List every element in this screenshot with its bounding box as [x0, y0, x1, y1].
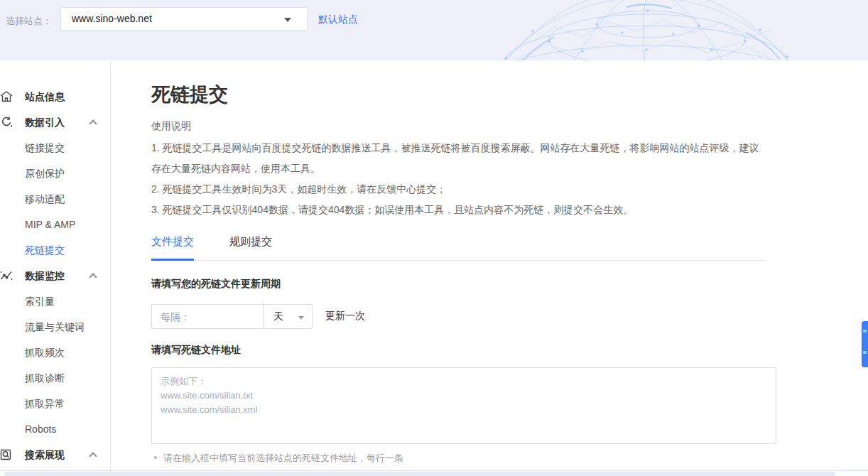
feedback-tab-glyph [863, 330, 867, 332]
sidebar-item-label: 站点信息 [25, 91, 65, 102]
home-icon [0, 90, 13, 103]
update-cycle-suffix: 更新一次 [325, 310, 365, 323]
sidebar-item-label: 原创保护 [25, 168, 65, 179]
data-monitor-icon [0, 269, 13, 282]
sidebar-item-label: 抓取异常 [25, 398, 65, 409]
sidebar-item-crawl-diagnosis[interactable]: 抓取诊断 [0, 365, 110, 391]
usage-instructions: 1. 死链提交工具是网站向百度提交死链的数据推送工具，被推送死链将被百度搜索屏蔽… [151, 138, 765, 220]
sidebar-item-label: 搜索展现 [25, 449, 65, 460]
instruction-line: 1. 死链提交工具是网站向百度提交死链的数据推送工具，被推送死链将被百度搜索屏蔽… [151, 138, 765, 179]
sidebar-item-robots[interactable]: Robots [0, 416, 110, 442]
sidebar-item-label: Robots [25, 423, 56, 435]
sidebar-item-crawl-anomaly[interactable]: 抓取异常 [0, 391, 110, 416]
sidebar-item-link-submit[interactable]: 链接提交 [0, 135, 110, 161]
horizontal-scrollbar-thumb[interactable] [4, 472, 835, 476]
sidebar-item-label: 流量与关键词 [25, 321, 85, 332]
globe-wireframe-graphic [447, 0, 845, 60]
default-site-link[interactable]: 默认站点 [318, 13, 358, 26]
interval-input[interactable] [151, 304, 264, 329]
sidebar-item-dead-link-submit[interactable]: 死链提交 [0, 237, 110, 263]
sidebar-item-label: 索引量 [25, 296, 55, 307]
sidebar-item-label: 数据监控 [25, 270, 65, 281]
chevron-up-icon [89, 119, 97, 127]
sidebar-item-search-display[interactable]: 搜索展现 [0, 442, 110, 467]
page-title: 死链提交 [151, 82, 228, 107]
site-selector-bar: 选择站点： www.sino-web.net 默认站点 [0, 0, 868, 60]
dead-link-file-textarea[interactable] [151, 367, 776, 444]
sidebar-item-traffic-keywords[interactable]: 流量与关键词 [0, 314, 110, 340]
site-selector-label: 选择站点： [6, 15, 52, 28]
instruction-line: 2. 死链提交工具生效时间为3天，如超时生效，请在反馈中心提交； [151, 179, 765, 200]
data-import-icon [0, 116, 13, 129]
tab-file-submit[interactable]: 文件提交 [151, 235, 194, 261]
usage-instructions-title: 使用说明 [151, 120, 191, 133]
chevron-up-icon [89, 273, 97, 281]
sidebar-item-label: 死链提交 [25, 244, 65, 256]
sidebar-item-original-protection[interactable]: 原创保护 [0, 161, 110, 186]
sidebar-item-label: 移动适配 [25, 193, 65, 205]
chevron-down-icon [298, 316, 304, 320]
main-content: 死链提交 使用说明 1. 死链提交工具是网站向百度提交死链的数据推送工具，被推送… [151, 60, 791, 476]
sidebar-item-index-volume[interactable]: 索引量 [0, 288, 110, 314]
submit-tabs: 文件提交 规则提交 [151, 231, 765, 261]
file-address-note: 请在输入框中填写当前选择站点的死链文件地址，每行一条 [154, 452, 403, 465]
sidebar-item-mip-amp[interactable]: MIP & AMP [0, 212, 110, 237]
site-selector-value: www.sino-web.net [72, 13, 152, 24]
sidebar-item-data-monitor[interactable]: 数据监控 [0, 263, 110, 288]
tab-rule-submit[interactable]: 规则提交 [229, 235, 272, 261]
instruction-line: 3. 死链提交工具仅识别404数据，请提交404数据；如误使用本工具，且站点内容… [151, 200, 765, 220]
unit-select-value: 天 [273, 310, 283, 323]
feedback-tab-glyph [863, 351, 867, 354]
sidebar: 站点信息 数据引入 链接提交 原创保护 移动适配 MIP & AMP 死链提交 [0, 60, 111, 470]
sidebar-item-label: 抓取频次 [25, 347, 65, 358]
unit-select[interactable]: 天 [263, 304, 313, 329]
file-address-label: 请填写死链文件地址 [151, 344, 241, 357]
chevron-down-icon [284, 18, 291, 22]
chevron-up-icon [89, 452, 97, 460]
site-selector-dropdown[interactable]: www.sino-web.net [60, 7, 308, 31]
search-display-icon [0, 448, 13, 461]
sidebar-item-label: 链接提交 [25, 142, 65, 153]
feedback-tab[interactable] [862, 321, 868, 367]
update-cycle-label: 请填写您的死链文件更新周期 [151, 278, 281, 291]
sidebar-item-crawl-frequency[interactable]: 抓取频次 [0, 340, 110, 365]
sidebar-item-data-import[interactable]: 数据引入 [0, 109, 110, 135]
sidebar-item-site-info[interactable]: 站点信息 [0, 84, 110, 109]
sidebar-item-label: MIP & AMP [25, 219, 75, 230]
bullet-dot [154, 456, 157, 459]
sidebar-nav: 站点信息 数据引入 链接提交 原创保护 移动适配 MIP & AMP 死链提交 [0, 84, 110, 467]
sidebar-item-label: 抓取诊断 [25, 372, 65, 384]
sidebar-item-label: 数据引入 [25, 117, 65, 128]
sidebar-item-mobile-adaptation[interactable]: 移动适配 [0, 186, 110, 212]
note-text: 请在输入框中填写当前选择站点的死链文件地址，每行一条 [163, 452, 403, 465]
horizontal-scrollbar [0, 470, 868, 476]
